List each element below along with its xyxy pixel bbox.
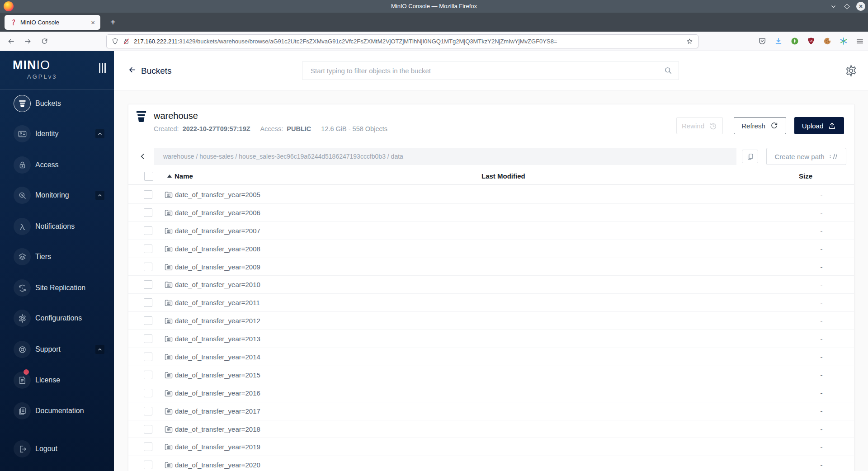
- row-checkbox[interactable]: [144, 334, 152, 343]
- table-row[interactable]: date_of_transfer_year=2008-: [128, 240, 854, 258]
- row-checkbox[interactable]: [144, 443, 152, 451]
- sidebar-item-access[interactable]: Access: [0, 156, 114, 174]
- bookmark-star-icon[interactable]: [686, 38, 693, 45]
- sidebar-item-notifications[interactable]: Notifications: [0, 218, 114, 235]
- sidebar-item-identity[interactable]: Identity: [0, 125, 114, 142]
- object-name[interactable]: date_of_transfer_year=2011: [175, 294, 260, 312]
- settings-gear-icon[interactable]: [844, 64, 858, 78]
- sidebar-item-configurations[interactable]: Configurations: [0, 310, 114, 327]
- object-name[interactable]: date_of_transfer_year=2018: [175, 420, 260, 438]
- object-name[interactable]: date_of_transfer_year=2017: [175, 402, 260, 420]
- chevron-up-icon[interactable]: [95, 345, 104, 354]
- pocket-icon[interactable]: [757, 37, 767, 46]
- forward-icon[interactable]: [22, 36, 33, 47]
- window-close-icon[interactable]: ×: [856, 2, 865, 11]
- row-checkbox[interactable]: [144, 245, 152, 253]
- sidebar-item-license[interactable]: License: [0, 372, 114, 389]
- row-checkbox[interactable]: [144, 316, 152, 325]
- sidebar-item-monitoring[interactable]: Monitoring: [0, 187, 114, 204]
- download-icon[interactable]: [774, 37, 783, 46]
- back-to-buckets-link[interactable]: Buckets: [128, 51, 172, 90]
- upload-button[interactable]: Upload: [794, 117, 844, 134]
- object-name[interactable]: date_of_transfer_year=2008: [175, 240, 260, 258]
- row-checkbox[interactable]: [144, 208, 152, 217]
- copy-path-button[interactable]: [742, 150, 758, 163]
- object-name[interactable]: date_of_transfer_year=2020: [175, 456, 260, 471]
- ublock-origin-icon[interactable]: uO: [806, 37, 816, 46]
- tab-close-icon[interactable]: ×: [89, 19, 97, 26]
- chevron-up-icon[interactable]: [95, 129, 104, 138]
- row-checkbox[interactable]: [144, 425, 152, 433]
- table-row[interactable]: date_of_transfer_year=2006-: [128, 204, 854, 222]
- row-checkbox[interactable]: [144, 353, 152, 361]
- row-checkbox[interactable]: [144, 407, 152, 415]
- table-row[interactable]: date_of_transfer_year=2012-: [128, 312, 854, 330]
- table-row[interactable]: date_of_transfer_year=2016-: [128, 384, 854, 402]
- row-checkbox[interactable]: [144, 280, 152, 289]
- window-minimize-icon[interactable]: [829, 2, 837, 10]
- sidebar-item-buckets[interactable]: Buckets: [0, 95, 114, 112]
- object-name[interactable]: date_of_transfer_year=2006: [175, 204, 260, 222]
- table-row[interactable]: date_of_transfer_year=2020-: [128, 456, 854, 471]
- row-checkbox[interactable]: [144, 371, 152, 379]
- object-name[interactable]: date_of_transfer_year=2012: [175, 312, 260, 330]
- create-new-path-button[interactable]: Create new path: [766, 148, 846, 165]
- table-row[interactable]: date_of_transfer_year=2011-: [128, 294, 854, 312]
- back-icon[interactable]: [5, 36, 16, 47]
- table-row[interactable]: date_of_transfer_year=2014-: [128, 348, 854, 366]
- toolbar-extensions: uO: [757, 32, 864, 51]
- sidebar-item-logout[interactable]: Logout: [0, 440, 114, 457]
- table-row[interactable]: date_of_transfer_year=2013-: [128, 330, 854, 348]
- url-bar[interactable]: 217.160.222.211:31429/buckets/warehouse/…: [106, 34, 698, 48]
- select-all-checkbox[interactable]: [144, 172, 153, 181]
- object-name[interactable]: date_of_transfer_year=2016: [175, 384, 260, 402]
- object-name[interactable]: date_of_transfer_year=2019: [175, 438, 260, 456]
- row-checkbox[interactable]: [144, 389, 152, 397]
- row-checkbox[interactable]: [144, 190, 152, 199]
- table-row[interactable]: date_of_transfer_year=2010-: [128, 276, 854, 294]
- path-back-chevron-icon[interactable]: [138, 148, 149, 165]
- row-checkbox[interactable]: [144, 298, 152, 307]
- insecure-lock-icon[interactable]: [123, 38, 130, 45]
- sidebar-item-site-replication[interactable]: Site Replication: [0, 279, 114, 297]
- object-name[interactable]: date_of_transfer_year=2013: [175, 330, 260, 348]
- table-row[interactable]: date_of_transfer_year=2007-: [128, 222, 854, 240]
- filter-objects-input[interactable]: [302, 61, 679, 80]
- table-row[interactable]: date_of_transfer_year=2015-: [128, 366, 854, 384]
- table-row[interactable]: date_of_transfer_year=2009-: [128, 258, 854, 276]
- chevron-up-icon[interactable]: [95, 191, 104, 200]
- sidebar-item-documentation[interactable]: Documentation: [0, 402, 114, 419]
- row-checkbox[interactable]: [144, 461, 152, 469]
- sidebar-item-support[interactable]: Support: [0, 341, 114, 358]
- object-name[interactable]: date_of_transfer_year=2015: [175, 366, 260, 384]
- new-tab-button[interactable]: +: [108, 16, 118, 28]
- menu-hamburger-icon[interactable]: [855, 37, 864, 46]
- url-text[interactable]: 217.160.222.211:31429/buckets/warehouse/…: [134, 38, 686, 45]
- object-name[interactable]: date_of_transfer_year=2014: [175, 348, 260, 366]
- object-name[interactable]: date_of_transfer_year=2007: [175, 222, 260, 240]
- tracking-shield-icon[interactable]: [111, 38, 119, 45]
- table-row[interactable]: date_of_transfer_year=2018-: [128, 420, 854, 438]
- row-checkbox[interactable]: [144, 263, 152, 271]
- column-size[interactable]: Size: [799, 168, 812, 185]
- browser-tab-minio-console[interactable]: MinIO Console ×: [5, 15, 100, 30]
- sort-ascending-icon[interactable]: [167, 174, 172, 178]
- object-name[interactable]: date_of_transfer_year=2009: [175, 258, 260, 276]
- table-row[interactable]: date_of_transfer_year=2005-: [128, 186, 854, 204]
- table-row[interactable]: date_of_transfer_year=2019-: [128, 438, 854, 456]
- reload-icon[interactable]: [39, 36, 50, 47]
- cookie-extension-icon[interactable]: [822, 37, 832, 46]
- row-checkbox[interactable]: [144, 226, 152, 235]
- object-name[interactable]: date_of_transfer_year=2010: [175, 276, 260, 294]
- column-last-modified[interactable]: Last Modified: [481, 168, 525, 185]
- refresh-button[interactable]: Refresh: [734, 117, 786, 134]
- breadcrumb[interactable]: warehouse / house-sales / house_sales-3e…: [154, 148, 736, 165]
- table-row[interactable]: date_of_transfer_year=2017-: [128, 402, 854, 420]
- asterisk-extension-icon[interactable]: [839, 37, 848, 46]
- column-name[interactable]: Name: [175, 168, 193, 185]
- sidebar-item-tiers[interactable]: Tiers: [0, 248, 114, 265]
- object-name[interactable]: date_of_transfer_year=2005: [175, 186, 260, 204]
- extension-green-icon[interactable]: [790, 37, 799, 46]
- rewind-button[interactable]: Rewind: [676, 117, 723, 134]
- window-maximize-icon[interactable]: [843, 2, 851, 10]
